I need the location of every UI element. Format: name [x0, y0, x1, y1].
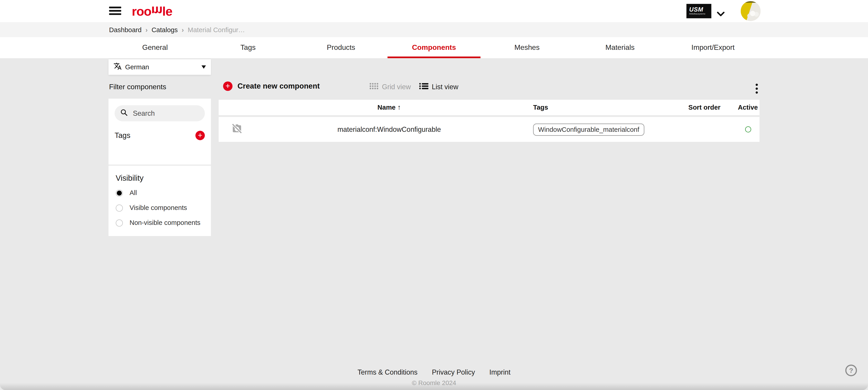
- breadcrumb-separator-icon: ›: [182, 26, 184, 33]
- visibility-option-non-visible[interactable]: Non-visible components: [116, 219, 205, 226]
- create-new-component-button[interactable]: + Create new component: [223, 82, 320, 91]
- breadcrumb-bar: Dashboard › Catalogs › Material Configur…: [0, 22, 868, 37]
- radio-icon[interactable]: [116, 219, 123, 226]
- organization-badge[interactable]: USM Möbelbausysteme: [686, 4, 711, 18]
- copyright-text: © Roomle 2024: [0, 380, 868, 386]
- organization-name: USM: [689, 6, 711, 13]
- terms-link[interactable]: Terms & Conditions: [358, 368, 417, 376]
- filter-components-label: Filter components: [109, 83, 166, 91]
- question-mark-icon: ?: [849, 366, 853, 374]
- tab-meshes[interactable]: Meshes: [480, 37, 574, 58]
- column-header-tags[interactable]: Tags: [529, 104, 673, 111]
- component-active-cell: [736, 127, 760, 133]
- tab-tags[interactable]: Tags: [202, 37, 294, 58]
- breadcrumb: Dashboard › Catalogs › Material Configur…: [109, 22, 245, 37]
- organization-subtitle: Möbelbausysteme: [689, 13, 711, 16]
- dropdown-caret-icon: [202, 65, 206, 69]
- search-input[interactable]: [132, 109, 195, 118]
- language-selected-value: German: [125, 63, 149, 71]
- tab-components[interactable]: Components: [388, 37, 480, 58]
- search-box[interactable]: [115, 105, 205, 121]
- app-root: roomle USM Möbelbausysteme Dashboard › C…: [0, 0, 868, 390]
- help-button[interactable]: ?: [845, 365, 857, 376]
- tab-products[interactable]: Products: [294, 37, 388, 58]
- table-row[interactable]: materialconf:WindowConfigurable WindowCo…: [219, 117, 760, 142]
- footer-links: Terms & Conditions Privacy Policy Imprin…: [0, 368, 868, 376]
- visibility-option-all[interactable]: All: [116, 189, 205, 197]
- active-status-icon: [745, 127, 751, 133]
- component-tags-cell: WindowConfigurable_materialconf: [529, 123, 673, 135]
- content-area: German Filter components Tags + Visibili…: [0, 58, 868, 390]
- breadcrumb-separator-icon: ›: [146, 26, 148, 33]
- breadcrumb-current-catalog: Material Configur…: [188, 26, 245, 33]
- grid-view-toggle[interactable]: Grid view: [369, 82, 411, 92]
- tab-import-export[interactable]: Import/Export: [666, 37, 760, 58]
- roomle-logo[interactable]: roomle: [132, 4, 172, 18]
- column-header-sort-order[interactable]: Sort order: [673, 104, 736, 111]
- column-header-name[interactable]: Name ↑: [250, 104, 529, 111]
- component-actions-row: + Create new component Grid view List vi…: [219, 82, 760, 96]
- tag-chip[interactable]: WindowConfigurable_materialconf: [533, 123, 644, 135]
- component-thumbnail-cell: [219, 123, 250, 136]
- table-header-row: Name ↑ Tags Sort order Active: [219, 100, 760, 117]
- language-select[interactable]: German: [108, 59, 211, 75]
- tab-general[interactable]: General: [108, 37, 202, 58]
- top-bar: roomle USM Möbelbausysteme: [0, 0, 868, 22]
- plus-icon: +: [223, 82, 232, 91]
- user-avatar[interactable]: [741, 1, 761, 21]
- visibility-panel: Visibility All Visible components Non-vi…: [108, 166, 211, 236]
- more-options-kebab-icon[interactable]: [753, 83, 761, 95]
- add-tag-filter-button[interactable]: +: [195, 131, 205, 140]
- column-header-active[interactable]: Active: [736, 104, 760, 111]
- list-view-toggle[interactable]: List view: [419, 82, 459, 92]
- tags-filter-row: Tags +: [115, 131, 205, 140]
- breadcrumb-catalogs[interactable]: Catalogs: [152, 26, 178, 33]
- visibility-title: Visibility: [116, 173, 205, 182]
- components-table: Name ↑ Tags Sort order Active materialco…: [219, 100, 760, 142]
- sort-asc-icon: ↑: [397, 104, 401, 111]
- hamburger-menu-icon[interactable]: [109, 6, 121, 15]
- tab-materials[interactable]: Materials: [574, 37, 666, 58]
- component-name[interactable]: materialconf:WindowConfigurable: [250, 126, 529, 133]
- search-icon: [120, 108, 128, 118]
- tags-filter-label: Tags: [115, 131, 130, 140]
- breadcrumb-dashboard[interactable]: Dashboard: [109, 26, 142, 33]
- radio-icon[interactable]: [116, 189, 123, 196]
- no-image-icon: [231, 123, 243, 136]
- tabs-bar: General Tags Products Components Meshes …: [0, 37, 868, 58]
- translate-icon: [114, 62, 122, 72]
- imprint-link[interactable]: Imprint: [490, 368, 510, 376]
- grid-view-icon: [369, 82, 379, 92]
- visibility-option-visible[interactable]: Visible components: [116, 204, 205, 212]
- chevron-down-icon[interactable]: [717, 9, 724, 19]
- radio-icon[interactable]: [116, 204, 123, 212]
- list-view-icon: [419, 82, 429, 92]
- catalog-tabs: General Tags Products Components Meshes …: [108, 37, 760, 58]
- filter-panel: Tags +: [108, 99, 211, 164]
- privacy-link[interactable]: Privacy Policy: [432, 368, 475, 376]
